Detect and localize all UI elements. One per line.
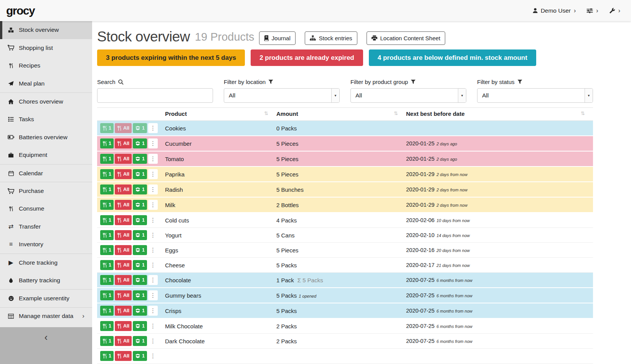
row-menu-button[interactable]: ⋮	[148, 336, 158, 346]
col-product[interactable]: Product⇅	[165, 108, 276, 121]
consume-all-button[interactable]: All	[115, 306, 132, 316]
below-min-stock-banner[interactable]: 4 products are below defined min. stock …	[369, 49, 536, 66]
row-menu-button[interactable]: ⋮	[148, 275, 158, 285]
consume-all-button[interactable]: All	[115, 215, 132, 225]
sidebar-item-tasks[interactable]: Tasks	[0, 110, 92, 128]
open-one-button[interactable]: 1	[133, 138, 147, 148]
row-menu-button[interactable]: ⋮	[148, 230, 158, 240]
consume-all-button[interactable]: All	[115, 200, 132, 210]
search-input[interactable]	[97, 88, 213, 103]
app-logo[interactable]: grocy	[6, 4, 35, 17]
row-menu-button[interactable]: ⋮	[148, 260, 158, 270]
consume-all-button[interactable]: All	[115, 169, 132, 179]
open-one-button[interactable]: 1	[133, 336, 147, 346]
row-menu-button[interactable]: ⋮	[148, 306, 158, 316]
user-menu[interactable]: Demo User ›	[532, 7, 576, 14]
sidebar-item-equipment[interactable]: Equipment	[0, 146, 92, 164]
sidebar-item-meal-plan[interactable]: Meal plan	[0, 75, 92, 93]
consume-all-button[interactable]: All	[115, 351, 132, 361]
location-filter-select[interactable]: All ▼	[224, 88, 340, 103]
sidebar-item-stock-overview[interactable]: Stock overview	[0, 21, 92, 39]
sidebar-item-manage-master-data[interactable]: Manage master data›	[0, 307, 92, 325]
open-one-button[interactable]: 1	[133, 123, 147, 133]
row-menu-button[interactable]: ⋮	[148, 200, 158, 210]
consume-one-button[interactable]: 1	[100, 215, 114, 225]
consume-all-button[interactable]: All	[115, 321, 132, 331]
consume-one-button[interactable]: 1	[100, 275, 114, 285]
row-menu-button[interactable]: ⋮	[148, 351, 158, 361]
expiring-banner[interactable]: 3 products expiring within the next 5 da…	[97, 49, 245, 66]
consume-one-button[interactable]: 1	[100, 321, 114, 331]
consume-all-button[interactable]: All	[115, 275, 132, 285]
journal-label: Journal	[272, 35, 291, 41]
open-one-button[interactable]: 1	[133, 215, 147, 225]
sidebar-item-transfer[interactable]: ⇄Transfer	[0, 218, 92, 236]
row-menu-button[interactable]: ⋮	[148, 290, 158, 300]
consume-one-button[interactable]: 1	[100, 169, 114, 179]
consume-all-button[interactable]: All	[115, 290, 132, 300]
open-one-button[interactable]: 1	[133, 290, 147, 300]
consume-one-button[interactable]: 1	[100, 290, 114, 300]
open-one-button[interactable]: 1	[133, 351, 147, 361]
status-filter-select[interactable]: All ▼	[477, 88, 593, 103]
col-amount[interactable]: Amount⇅	[276, 108, 406, 121]
consume-one-button[interactable]: 1	[100, 260, 114, 270]
settings-menu[interactable]: ›	[586, 8, 598, 14]
stock-entries-button[interactable]: Stock entries	[305, 31, 357, 45]
consume-one-button[interactable]: 1	[100, 123, 114, 133]
row-menu-button[interactable]: ⋮	[148, 138, 158, 148]
row-menu-button[interactable]: ⋮	[148, 245, 158, 255]
open-one-button[interactable]: 1	[133, 260, 147, 270]
open-one-button[interactable]: 1	[133, 184, 147, 194]
sidebar-item-battery-tracking[interactable]: Battery tracking	[0, 271, 92, 289]
consume-all-button[interactable]: All	[115, 154, 132, 164]
open-one-button[interactable]: 1	[133, 230, 147, 240]
consume-all-button[interactable]: All	[115, 336, 132, 346]
consume-one-button[interactable]: 1	[100, 184, 114, 194]
sidebar-item-shopping-list[interactable]: Shopping list	[0, 39, 92, 57]
row-menu-button[interactable]: ⋮	[148, 154, 158, 164]
row-menu-button[interactable]: ⋮	[148, 321, 158, 331]
sidebar-item-example-userentity[interactable]: Example userentity	[0, 289, 92, 307]
row-menu-button[interactable]: ⋮	[148, 184, 158, 194]
consume-all-button[interactable]: All	[115, 138, 132, 148]
sidebar-item-calendar[interactable]: Calendar	[0, 164, 92, 182]
col-next-best-before-date[interactable]: Next best before date⇅	[406, 108, 593, 121]
product-group-filter-select[interactable]: All ▼	[350, 88, 466, 103]
location-content-sheet-button[interactable]: Location Content Sheet	[367, 31, 446, 45]
expired-banner[interactable]: 2 products are already expired	[251, 49, 363, 66]
consume-one-button[interactable]: 1	[100, 336, 114, 346]
open-one-button[interactable]: 1	[133, 306, 147, 316]
consume-one-button[interactable]: 1	[100, 245, 114, 255]
consume-one-button[interactable]: 1	[100, 306, 114, 316]
consume-all-button[interactable]: All	[115, 184, 132, 194]
open-one-button[interactable]: 1	[133, 169, 147, 179]
open-one-button[interactable]: 1	[133, 154, 147, 164]
sidebar-item-batteries-overview[interactable]: Batteries overview	[0, 128, 92, 147]
consume-all-button[interactable]: All	[115, 230, 132, 240]
consume-one-button[interactable]: 1	[100, 200, 114, 210]
sidebar-item-recipes[interactable]: Recipes	[0, 57, 92, 75]
row-menu-button[interactable]: ⋮	[148, 215, 158, 225]
row-menu-button[interactable]: ⋮	[148, 169, 158, 179]
consume-one-button[interactable]: 1	[100, 138, 114, 148]
open-one-button[interactable]: 1	[133, 200, 147, 210]
consume-one-button[interactable]: 1	[100, 351, 114, 361]
sidebar-item-consume[interactable]: Consume	[0, 200, 92, 218]
sidebar-item-chore-tracking[interactable]: ▶Chore tracking	[0, 254, 92, 272]
sidebar-item-inventory[interactable]: ≡Inventory	[0, 236, 92, 254]
row-menu-button[interactable]: ⋮	[148, 123, 158, 133]
open-one-button[interactable]: 1	[133, 245, 147, 255]
open-one-button[interactable]: 1	[133, 321, 147, 331]
sidebar-item-purchase[interactable]: Purchase	[0, 182, 92, 200]
consume-one-button[interactable]: 1	[100, 154, 114, 164]
consume-one-button[interactable]: 1	[100, 230, 114, 240]
consume-all-button[interactable]: All	[115, 245, 132, 255]
journal-button[interactable]: Journal	[259, 31, 296, 45]
admin-menu[interactable]: ›	[609, 8, 620, 14]
consume-all-button[interactable]: All	[115, 123, 132, 133]
sidebar-collapse-button[interactable]: ‹	[0, 327, 92, 364]
open-one-button[interactable]: 1	[133, 275, 147, 285]
sidebar-item-chores-overview[interactable]: Chores overview	[0, 92, 92, 110]
consume-all-button[interactable]: All	[115, 260, 132, 270]
